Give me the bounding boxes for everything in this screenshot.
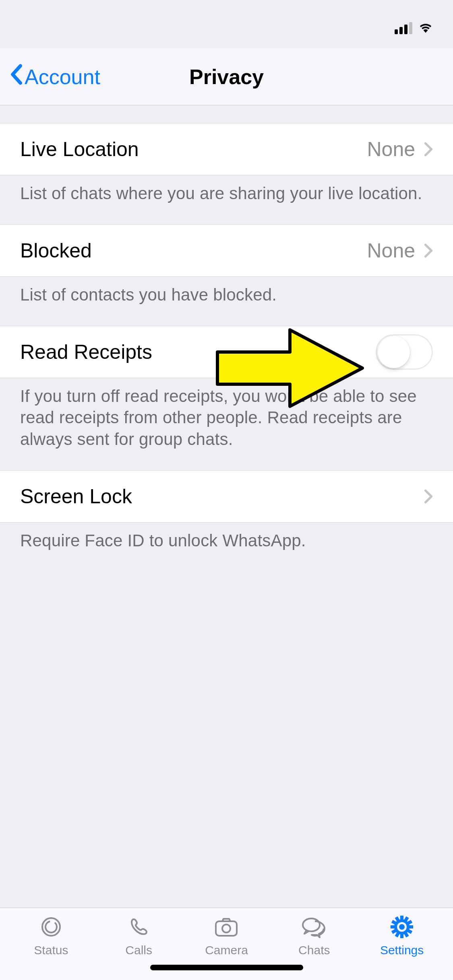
page-title: Privacy (189, 65, 264, 89)
tab-camera[interactable]: Camera (196, 914, 256, 960)
chats-icon (300, 914, 328, 939)
navigation-bar: Account Privacy (0, 48, 453, 105)
row-blocked[interactable]: Blocked None (0, 224, 453, 277)
tab-label: Camera (205, 943, 248, 957)
status-icon (40, 914, 62, 939)
tab-label: Calls (125, 943, 152, 957)
wifi-icon (418, 22, 433, 35)
tab-label: Status (34, 943, 68, 957)
svg-rect-6 (400, 934, 403, 938)
svg-rect-2 (216, 921, 237, 936)
row-read-receipts: Read Receipts (0, 326, 453, 378)
row-value: None (367, 138, 415, 161)
tab-chats[interactable]: Chats (284, 914, 344, 960)
camera-icon (213, 914, 239, 939)
tab-label: Settings (380, 943, 424, 957)
tab-calls[interactable]: Calls (109, 914, 169, 960)
toggle-knob (378, 336, 410, 368)
svg-point-19 (399, 924, 405, 930)
back-label: Account (25, 65, 100, 89)
svg-rect-7 (391, 925, 395, 929)
home-indicator[interactable] (150, 965, 303, 970)
row-label: Screen Lock (20, 485, 132, 508)
row-footer: Require Face ID to unlock WhatsApp. (0, 523, 453, 572)
row-label: Read Receipts (20, 340, 152, 364)
svg-rect-8 (409, 925, 413, 929)
svg-point-3 (222, 924, 230, 933)
svg-rect-5 (400, 916, 403, 920)
phone-icon (128, 914, 150, 939)
status-bar (0, 0, 453, 48)
row-label: Blocked (20, 239, 92, 262)
chevron-right-icon (424, 243, 433, 258)
row-footer: If you turn off read receipts, you won't… (0, 378, 453, 470)
chevron-left-icon (10, 64, 22, 90)
row-value: None (367, 239, 415, 262)
cellular-signal-icon (395, 22, 412, 34)
row-label: Live Location (20, 138, 139, 161)
row-footer: List of chats where you are sharing your… (0, 175, 453, 224)
tab-settings[interactable]: Settings (372, 914, 432, 960)
row-footer: List of contacts you have blocked. (0, 277, 453, 326)
chevron-right-icon (424, 489, 433, 504)
tab-status[interactable]: Status (21, 914, 81, 960)
read-receipts-toggle[interactable] (376, 334, 433, 370)
settings-list: Live Location None List of chats where y… (0, 105, 453, 572)
tab-label: Chats (298, 943, 330, 957)
row-live-location[interactable]: Live Location None (0, 123, 453, 175)
back-button[interactable]: Account (10, 64, 100, 90)
svg-point-4 (303, 918, 320, 931)
chevron-right-icon (424, 142, 433, 157)
row-screen-lock[interactable]: Screen Lock (0, 470, 453, 523)
gear-icon (390, 914, 414, 939)
svg-point-1 (43, 919, 59, 935)
